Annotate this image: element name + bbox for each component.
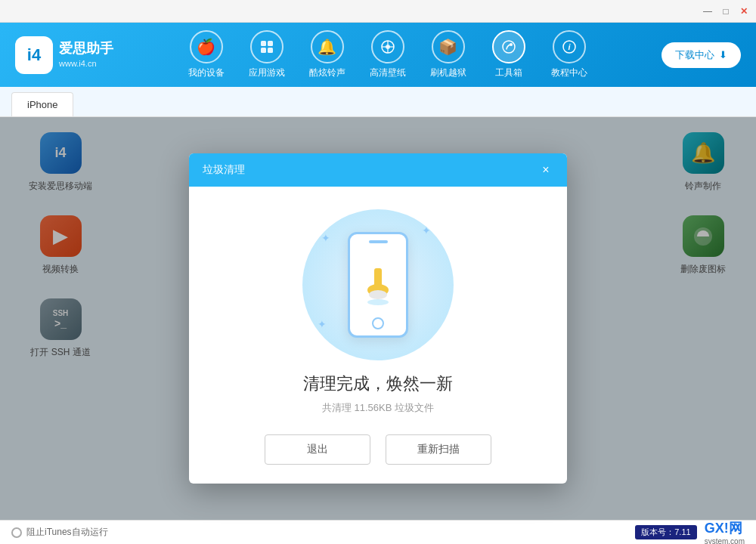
- maximize-button[interactable]: □: [720, 5, 732, 17]
- gxi-logo-area: GX!网 system.com: [705, 519, 745, 544]
- cleanup-dialog: 垃圾清理 × ✦ ✦ ✦: [189, 153, 567, 484]
- phone-illustration: ✦ ✦ ✦: [302, 209, 454, 360]
- svg-text:i: i: [568, 42, 571, 51]
- jailbreak-label: 刷机越狱: [430, 66, 466, 79]
- svg-point-9: [510, 43, 513, 46]
- toolbox-label: 工具箱: [495, 66, 522, 79]
- nav-items: 🍎 我的设备 应用游戏 🔔 酷炫铃声: [113, 30, 662, 79]
- dialog-body: ✦ ✦ ✦: [189, 187, 567, 484]
- logo-icon: i4: [15, 36, 53, 74]
- svg-point-15: [369, 290, 387, 299]
- download-arrow-icon: ⬇: [719, 49, 727, 60]
- brand-name: 爱思助手: [59, 39, 113, 58]
- close-button[interactable]: ✕: [738, 5, 750, 17]
- apps-games-icon: [250, 30, 284, 63]
- nav-jailbreak[interactable]: 📦 刷机越狱: [422, 30, 475, 79]
- status-left: 阻止iTunes自动运行: [11, 526, 108, 539]
- status-right: 版本号：7.11 GX!网 system.com: [635, 519, 745, 544]
- dialog-overlay: 垃圾清理 × ✦ ✦ ✦: [0, 117, 756, 520]
- main-content: i4 安装爱思移动端 ▶ 视频转换 SSH >_ 打开 SSH 通道 🔔 铃声制…: [0, 117, 756, 520]
- tab-bar: iPhone: [0, 87, 756, 117]
- sparkle-bottom-left: ✦: [318, 318, 327, 330]
- apps-games-label: 应用游戏: [249, 66, 285, 79]
- dialog-title: 垃圾清理: [203, 163, 245, 177]
- ringtones-icon: 🔔: [311, 30, 344, 63]
- dialog-actions: 退出 重新扫描: [265, 434, 491, 465]
- logo-text: 爱思助手 www.i4.cn: [59, 39, 113, 70]
- svg-rect-3: [268, 48, 273, 53]
- result-title: 清理完成，焕然一新: [303, 372, 453, 395]
- exit-button[interactable]: 退出: [265, 434, 370, 465]
- svg-point-8: [503, 41, 515, 53]
- rescan-button[interactable]: 重新扫描: [386, 434, 491, 465]
- tab-iphone[interactable]: iPhone: [11, 92, 73, 116]
- phone-speaker: [369, 240, 388, 243]
- result-subtitle: 共清理 11.56KB 垃圾文件: [322, 401, 434, 415]
- sparkle-top-right: ✦: [422, 224, 431, 236]
- tutorials-icon: i: [553, 30, 586, 63]
- nav-tutorials[interactable]: i 教程中心: [543, 30, 596, 79]
- minimize-button[interactable]: —: [702, 5, 714, 17]
- status-text: 阻止iTunes自动运行: [26, 526, 108, 539]
- nav-wallpaper[interactable]: 高清壁纸: [361, 30, 414, 79]
- download-label: 下载中心: [675, 48, 714, 62]
- my-device-icon: 🍎: [190, 30, 223, 63]
- toolbox-icon: [492, 30, 525, 63]
- wallpaper-icon: [371, 30, 404, 63]
- sparkle-top-left: ✦: [321, 232, 330, 244]
- logo-area: i4 爱思助手 www.i4.cn: [15, 36, 113, 74]
- gxi-subtitle: system.com: [705, 537, 745, 544]
- title-bar: — □ ✕: [0, 0, 756, 23]
- gxi-logo: GX!网: [705, 521, 742, 536]
- nav-toolbox[interactable]: 工具箱: [482, 30, 535, 79]
- header: i4 爱思助手 www.i4.cn 🍎 我的设备 应用游戏 🔔 酷炫铃声: [0, 23, 756, 87]
- svg-rect-2: [261, 48, 266, 53]
- status-circle-icon: [11, 527, 22, 538]
- phone-home-button: [372, 317, 384, 329]
- ringtones-label: 酷炫铃声: [309, 66, 345, 79]
- brush-svg: [359, 264, 397, 306]
- tutorials-label: 教程中心: [551, 66, 587, 79]
- svg-point-16: [367, 299, 389, 305]
- dialog-header: 垃圾清理 ×: [189, 153, 567, 187]
- dialog-close-button[interactable]: ×: [538, 162, 553, 178]
- phone-body: [348, 232, 408, 338]
- my-device-label: 我的设备: [188, 66, 225, 79]
- version-badge: 版本号：7.11: [635, 525, 696, 539]
- download-button[interactable]: 下载中心 ⬇: [662, 42, 741, 68]
- nav-apps-games[interactable]: 应用游戏: [240, 30, 293, 79]
- jailbreak-icon: 📦: [432, 30, 465, 63]
- status-bar: 阻止iTunes自动运行 版本号：7.11 GX!网 system.com: [0, 520, 756, 544]
- window-controls: — □ ✕: [702, 5, 750, 17]
- svg-rect-1: [268, 41, 273, 46]
- nav-my-device[interactable]: 🍎 我的设备: [180, 30, 233, 79]
- svg-rect-0: [261, 41, 266, 46]
- wallpaper-label: 高清壁纸: [370, 66, 406, 79]
- brand-url: www.i4.cn: [59, 58, 113, 70]
- nav-ringtones[interactable]: 🔔 酷炫铃声: [301, 30, 354, 79]
